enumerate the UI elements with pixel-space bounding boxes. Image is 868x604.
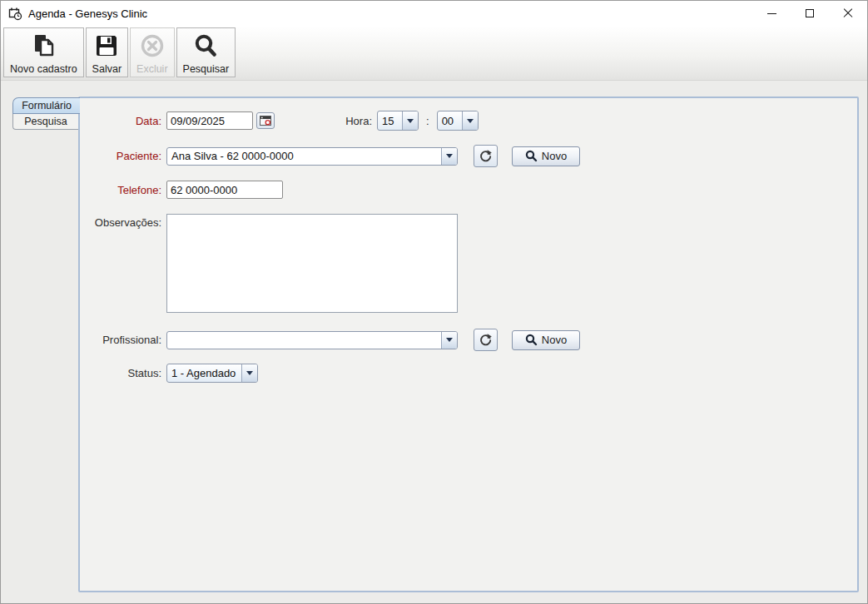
save-floppy-icon — [93, 31, 120, 61]
chevron-down-icon[interactable] — [441, 148, 457, 165]
paciente-label: Paciente: — [85, 150, 161, 162]
hora-separator: : — [426, 115, 429, 127]
new-record-icon — [29, 31, 57, 61]
status-row: Status: 1 - Agendado — [85, 364, 258, 383]
paciente-refresh-button[interactable] — [474, 145, 498, 167]
maximize-icon — [806, 9, 814, 17]
tab-label: Formulário — [22, 100, 72, 111]
hora-label: Hora: — [312, 115, 372, 127]
tab-label: Pesquisa — [24, 116, 67, 127]
refresh-circular-arrow-icon — [479, 333, 493, 347]
paciente-row: Paciente: Ana Silva - 62 0000-0000 — [85, 145, 580, 167]
chevron-down-icon[interactable] — [402, 111, 418, 130]
data-label: Data: — [85, 115, 161, 127]
novo-cadastro-button[interactable]: Novo cadastro — [3, 27, 84, 77]
profissional-novo-button[interactable]: Novo — [512, 330, 580, 350]
minimize-button[interactable] — [752, 1, 791, 26]
observacoes-row: Observações: — [85, 214, 458, 313]
pesquisar-button[interactable]: Pesquisar — [176, 27, 236, 77]
profissional-value — [167, 332, 441, 349]
main-content: Formulário Pesquisa Data: Hora: — [1, 82, 867, 604]
search-magnifier-icon — [525, 334, 538, 346]
close-icon — [843, 8, 853, 18]
toolbar-button-label: Novo cadastro — [10, 63, 77, 75]
profissional-combobox[interactable] — [166, 331, 458, 349]
hora-hour-combobox[interactable]: 15 — [377, 111, 419, 131]
window-title: Agenda - Genesys Clinic — [28, 7, 147, 20]
window-controls — [752, 1, 867, 26]
status-combobox[interactable]: 1 - Agendado — [166, 364, 258, 383]
app-window: Agenda - Genesys Clinic Novo cadastro — [0, 0, 868, 604]
chevron-down-icon[interactable] — [241, 364, 257, 382]
titlebar: Agenda - Genesys Clinic — [1, 1, 867, 26]
status-label: Status: — [85, 367, 161, 379]
observacoes-textarea[interactable] — [166, 214, 458, 313]
observacoes-label: Observações: — [85, 216, 161, 229]
search-magnifier-icon — [192, 31, 219, 61]
calendar-popup-icon — [260, 116, 271, 126]
telefone-label: Telefone: — [85, 184, 161, 196]
excluir-button[interactable]: Excluir — [130, 27, 175, 77]
data-input[interactable] — [166, 111, 253, 130]
chevron-down-icon[interactable] — [441, 332, 457, 349]
paciente-value: Ana Silva - 62 0000-0000 — [167, 148, 441, 165]
refresh-circular-arrow-icon — [479, 149, 493, 163]
hora-minute-value: 00 — [438, 111, 462, 130]
hora-hour-value: 15 — [378, 111, 402, 130]
toolbar-button-label: Pesquisar — [183, 63, 230, 75]
maximize-button[interactable] — [791, 1, 829, 26]
form-panel: Data: Hora: 15 : 00 — [78, 97, 859, 592]
hora-minute-combobox[interactable]: 00 — [437, 111, 479, 131]
close-button[interactable] — [829, 1, 867, 26]
novo-button-label: Novo — [542, 334, 567, 346]
profissional-row: Profissional: Novo — [85, 329, 580, 351]
novo-button-label: Novo — [542, 150, 567, 162]
telefone-row: Telefone: — [85, 181, 283, 199]
toolbar-button-label: Salvar — [92, 63, 122, 75]
search-magnifier-icon — [525, 150, 538, 162]
tab-pesquisa[interactable]: Pesquisa — [12, 114, 78, 130]
date-picker-button[interactable] — [256, 112, 275, 129]
delete-circle-x-icon — [139, 31, 166, 61]
status-value: 1 - Agendado — [167, 364, 241, 382]
paciente-combobox[interactable]: Ana Silva - 62 0000-0000 — [166, 147, 458, 166]
tab-formulario[interactable]: Formulário — [12, 97, 80, 114]
toolbar-button-label: Excluir — [136, 63, 168, 75]
paciente-novo-button[interactable]: Novo — [512, 146, 580, 166]
toolbar: Novo cadastro Salvar Excl — [1, 26, 867, 81]
calendar-clock-icon — [8, 7, 22, 21]
salvar-button[interactable]: Salvar — [86, 27, 128, 77]
telefone-input[interactable] — [166, 181, 283, 199]
profissional-refresh-button[interactable] — [474, 329, 498, 351]
profissional-label: Profissional: — [85, 334, 161, 346]
minimize-icon — [767, 13, 776, 14]
data-hora-row: Data: Hora: 15 : 00 — [85, 111, 479, 131]
chevron-down-icon[interactable] — [462, 111, 478, 130]
